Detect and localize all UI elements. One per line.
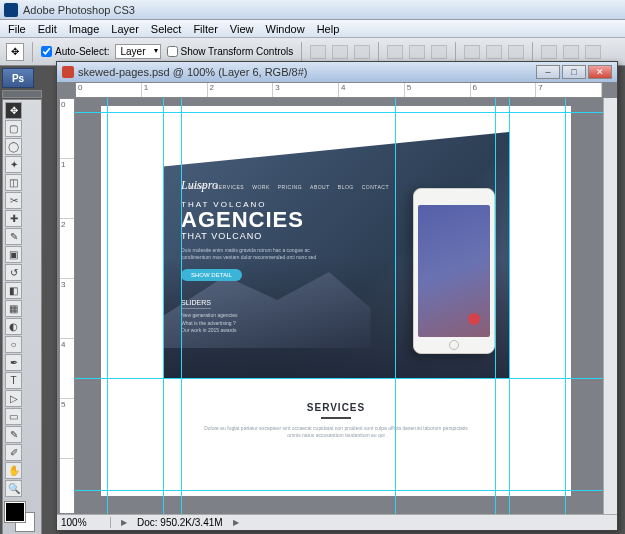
show-transform-checkbox[interactable]: Show Transform Controls: [167, 46, 294, 57]
eyedropper-tool[interactable]: ✐: [5, 444, 22, 461]
zoom-tool[interactable]: 🔍: [5, 480, 22, 497]
path-tool[interactable]: ▷: [5, 390, 22, 407]
separator: [301, 42, 302, 62]
type-tool[interactable]: T: [5, 372, 22, 389]
separator: [32, 42, 33, 62]
nav-item: WORK: [252, 184, 270, 190]
hero-text: THAT VOLCANO AGENCIES THAT VOLCANO Duis …: [181, 200, 331, 335]
menu-image[interactable]: Image: [63, 23, 106, 35]
auto-select-dropdown[interactable]: Layer: [115, 44, 160, 59]
auto-select-input[interactable]: [41, 46, 52, 57]
guide-horizontal[interactable]: [75, 490, 603, 491]
ruler-tick: 3: [273, 83, 339, 97]
color-swatches[interactable]: [5, 502, 39, 534]
distribute-right-icon[interactable]: [585, 45, 601, 59]
show-transform-label: Show Transform Controls: [181, 46, 294, 57]
status-menu-icon[interactable]: ▶: [121, 518, 127, 527]
ruler-tick: 3: [60, 279, 74, 339]
doc-icon: [62, 66, 74, 78]
guide-vertical[interactable]: [163, 98, 164, 514]
toolbox-handle[interactable]: [2, 90, 42, 98]
doc-size: Doc: 950.2K/3.41M: [137, 517, 223, 528]
ruler-tick: 2: [60, 219, 74, 279]
menu-help[interactable]: Help: [311, 23, 346, 35]
history-brush-tool[interactable]: ↺: [5, 264, 22, 281]
hero-section: Luispro HOME SERVICES WORK PRICING ABOUT…: [163, 132, 509, 378]
align-top-icon[interactable]: [310, 45, 326, 59]
horizontal-ruler[interactable]: 0 1 2 3 4 5 6 7: [75, 82, 603, 98]
move-tool[interactable]: ✥: [5, 102, 22, 119]
menu-select[interactable]: Select: [145, 23, 188, 35]
menu-window[interactable]: Window: [260, 23, 311, 35]
canvas-viewport[interactable]: Luispro HOME SERVICES WORK PRICING ABOUT…: [75, 98, 603, 514]
auto-select-checkbox[interactable]: Auto-Select:: [41, 46, 109, 57]
status-menu-icon[interactable]: ▶: [233, 518, 239, 527]
ps-app-icon: [4, 3, 18, 17]
heal-tool[interactable]: ✚: [5, 210, 22, 227]
align-left-icon[interactable]: [387, 45, 403, 59]
lasso-tool[interactable]: ◯: [5, 138, 22, 155]
marquee-tool[interactable]: ▢: [5, 120, 22, 137]
app-title: Adobe Photoshop CS3: [23, 4, 135, 16]
zoom-level[interactable]: 100%: [61, 517, 111, 528]
menu-filter[interactable]: Filter: [187, 23, 223, 35]
guide-vertical[interactable]: [565, 98, 566, 514]
minimize-button[interactable]: –: [536, 65, 560, 79]
wand-tool[interactable]: ✦: [5, 156, 22, 173]
vertical-ruler[interactable]: 0 1 2 3 4 5: [59, 98, 75, 514]
shape-tool[interactable]: ▭: [5, 408, 22, 425]
crop-tool[interactable]: ◫: [5, 174, 22, 191]
distribute-left-icon[interactable]: [541, 45, 557, 59]
guide-horizontal[interactable]: [75, 378, 603, 379]
menu-layer[interactable]: Layer: [105, 23, 145, 35]
guide-vertical[interactable]: [509, 98, 510, 514]
guide-vertical[interactable]: [107, 98, 108, 514]
ruler-tick: 1: [142, 83, 208, 97]
guide-vertical[interactable]: [495, 98, 496, 514]
stamp-tool[interactable]: ▣: [5, 246, 22, 263]
menu-file[interactable]: File: [2, 23, 32, 35]
maximize-button[interactable]: □: [562, 65, 586, 79]
pen-tool[interactable]: ✒: [5, 354, 22, 371]
guide-vertical[interactable]: [395, 98, 396, 514]
vertical-scrollbar[interactable]: [603, 98, 617, 514]
show-transform-input[interactable]: [167, 46, 178, 57]
phone-home-button: [449, 340, 459, 350]
distribute-hcenter-icon[interactable]: [563, 45, 579, 59]
blur-tool[interactable]: ◐: [5, 318, 22, 335]
dodge-tool[interactable]: ○: [5, 336, 22, 353]
eraser-tool[interactable]: ◧: [5, 282, 22, 299]
distribute-bottom-icon[interactable]: [508, 45, 524, 59]
gradient-tool[interactable]: ▦: [5, 300, 22, 317]
move-tool-icon[interactable]: ✥: [6, 43, 24, 61]
menu-view[interactable]: View: [224, 23, 260, 35]
close-button[interactable]: ✕: [588, 65, 612, 79]
align-vcenter-icon[interactable]: [332, 45, 348, 59]
tool-dock: Ps ✥ ▢ ◯ ✦ ◫ ✂ ✚ ✎ ▣ ↺ ◧ ▦ ◐ ○ ✒ T ▷ ▭ ✎…: [2, 68, 42, 534]
ps-logo-tab[interactable]: Ps: [2, 68, 34, 88]
align-right-icon[interactable]: [431, 45, 447, 59]
guide-vertical[interactable]: [181, 98, 182, 514]
notes-tool[interactable]: ✎: [5, 426, 22, 443]
ruler-tick: 4: [60, 339, 74, 399]
distribute-vcenter-icon[interactable]: [486, 45, 502, 59]
guide-horizontal[interactable]: [75, 112, 603, 113]
document-titlebar[interactable]: skewed-pages.psd @ 100% (Layer 6, RGB/8#…: [57, 62, 617, 82]
services-title: SERVICES: [163, 402, 509, 413]
brush-tool[interactable]: ✎: [5, 228, 22, 245]
hand-tool[interactable]: ✋: [5, 462, 22, 479]
sliders-block: SLIDERS New generation agencies What is …: [181, 291, 331, 335]
align-hcenter-icon[interactable]: [409, 45, 425, 59]
cta-button: SHOW DETAIL: [181, 269, 242, 281]
slice-tool[interactable]: ✂: [5, 192, 22, 209]
menu-edit[interactable]: Edit: [32, 23, 63, 35]
canvas[interactable]: Luispro HOME SERVICES WORK PRICING ABOUT…: [101, 106, 571, 496]
divider: [321, 417, 351, 419]
app-titlebar: Adobe Photoshop CS3: [0, 0, 625, 20]
foreground-color[interactable]: [5, 502, 25, 522]
services-paragraph: Dolore eu fugiat pariatur excepteur sint…: [163, 425, 509, 439]
ruler-tick: 6: [471, 83, 537, 97]
menu-bar: File Edit Image Layer Select Filter View…: [0, 20, 625, 38]
align-bottom-icon[interactable]: [354, 45, 370, 59]
distribute-top-icon[interactable]: [464, 45, 480, 59]
